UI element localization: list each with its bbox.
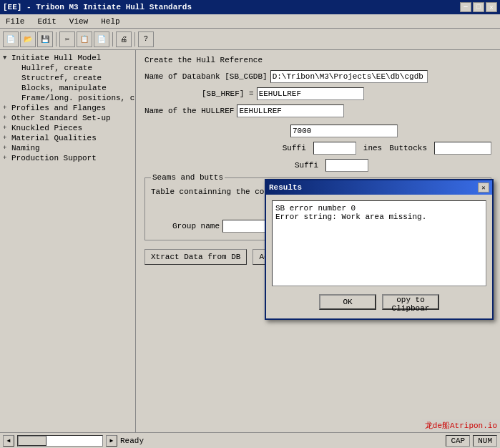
toolbar-help[interactable]: ? [138, 31, 154, 47]
menu-file[interactable]: File [3, 16, 27, 26]
modal-buttons: OK opy to Clipboar [272, 294, 486, 310]
sidebar-item-production-label: Production Support [11, 154, 97, 162]
sidebar-item-material-label: Material Qualities [11, 134, 97, 142]
status-cap: CAP [446, 435, 470, 447]
modal-ok-button[interactable]: OK [319, 294, 376, 310]
sidebar-item-blocks-label: Blocks, manipulate [21, 84, 107, 92]
expand-icon-other: + [3, 115, 10, 122]
sidebar-root[interactable]: ▼ Initiate Hull Model [1, 53, 134, 63]
menu-edit[interactable]: Edit [34, 16, 59, 26]
sidebar-item-frame[interactable]: Frame/long. positions, cre [1, 93, 134, 103]
modal-copy-button[interactable]: opy to Clipboar [382, 294, 439, 310]
main-container: ▼ Initiate Hull Model Hullref, create St… [0, 50, 500, 432]
sidebar-item-profiles-label: Profiles and Flanges [11, 104, 106, 112]
maximize-button[interactable]: □ [473, 2, 484, 12]
minimize-button[interactable]: — [460, 2, 471, 12]
status-num: NUM [473, 435, 497, 447]
close-button[interactable]: ✕ [486, 2, 497, 12]
sidebar-item-structref[interactable]: Structref, create [1, 73, 134, 83]
window-title: [EE] - Tribon M3 Initiate Hull Standards [3, 3, 192, 11]
sidebar-item-other[interactable]: + Other Standard Set-up [1, 113, 134, 123]
menu-view[interactable]: View [67, 16, 91, 26]
modal-close-button[interactable]: ✕ [478, 182, 489, 193]
status-bar: ◀ ▶ Ready 龙de船Atripon.io CAP NUM [0, 432, 500, 448]
expand-icon-root: ▼ [3, 54, 10, 62]
sidebar-item-blocks[interactable]: Blocks, manipulate [1, 83, 134, 93]
sidebar-item-naming-label: Naming [11, 144, 40, 152]
toolbar-print[interactable]: 🖨 [116, 31, 132, 47]
toolbar-open[interactable]: 📂 [20, 31, 36, 47]
title-bar: [EE] - Tribon M3 Initiate Hull Standards… [0, 0, 500, 14]
menu-bar: File Edit View Help [0, 14, 500, 29]
modal-title: Results [269, 183, 302, 192]
toolbar: 📄 📂 💾 ✂ 📋 📄 🖨 ? [0, 29, 500, 50]
expand-icon-naming: + [3, 145, 10, 152]
expand-icon-knuckled: + [3, 125, 10, 132]
sidebar-item-production[interactable]: + Production Support [1, 153, 134, 163]
sidebar-item-naming[interactable]: + Naming [1, 143, 134, 153]
scroll-left-arrow[interactable]: ◀ [3, 435, 14, 447]
toolbar-copy[interactable]: 📋 [77, 31, 92, 47]
expand-icon-material: + [3, 135, 10, 142]
expand-icon-production: + [3, 155, 10, 162]
sidebar: ▼ Initiate Hull Model Hullref, create St… [0, 50, 136, 432]
horizontal-scrollbar[interactable] [17, 435, 103, 447]
toolbar-new[interactable]: 📄 [3, 31, 19, 47]
results-dialog: Results ✕ SB error number 0 Error string… [265, 179, 494, 320]
sidebar-item-material[interactable]: + Material Qualities [1, 133, 134, 143]
sidebar-item-profiles[interactable]: + Profiles and Flanges [1, 103, 134, 113]
expand-icon-profiles: + [3, 104, 10, 112]
scroll-right-arrow[interactable]: ▶ [106, 435, 117, 447]
sidebar-item-other-label: Other Standard Set-up [11, 114, 111, 122]
toolbar-paste[interactable]: 📄 [94, 31, 109, 47]
toolbar-sep2 [112, 32, 113, 47]
scroll-thumb [18, 436, 46, 446]
modal-body: SB error number 0 Error string: Work are… [266, 195, 492, 318]
status-ready: Ready [120, 437, 443, 445]
sidebar-item-frame-label: Frame/long. positions, cre [21, 94, 136, 102]
sidebar-item-knuckled[interactable]: + Knuckled Pieces [1, 123, 134, 133]
sidebar-item-hullref[interactable]: Hullref, create [1, 63, 134, 73]
modal-overlay: Results ✕ SB error number 0 Error string… [136, 50, 500, 432]
sidebar-root-label: Initiate Hull Model [11, 54, 101, 62]
sidebar-item-knuckled-label: Knuckled Pieces [11, 124, 82, 132]
modal-title-bar: Results ✕ [266, 180, 492, 195]
menu-help[interactable]: Help [98, 16, 122, 26]
toolbar-save[interactable]: 💾 [37, 31, 53, 47]
modal-content-area[interactable]: SB error number 0 Error string: Work are… [272, 200, 486, 286]
title-bar-controls: — □ ✕ [460, 2, 497, 12]
toolbar-cut[interactable]: ✂ [59, 31, 75, 47]
sidebar-item-structref-label: Structref, create [21, 74, 102, 82]
content-area: Create the Hull Reference Name of Databa… [136, 50, 500, 432]
toolbar-sep1 [56, 32, 57, 47]
toolbar-sep3 [134, 32, 135, 47]
sidebar-item-hullref-label: Hullref, create [21, 64, 92, 72]
